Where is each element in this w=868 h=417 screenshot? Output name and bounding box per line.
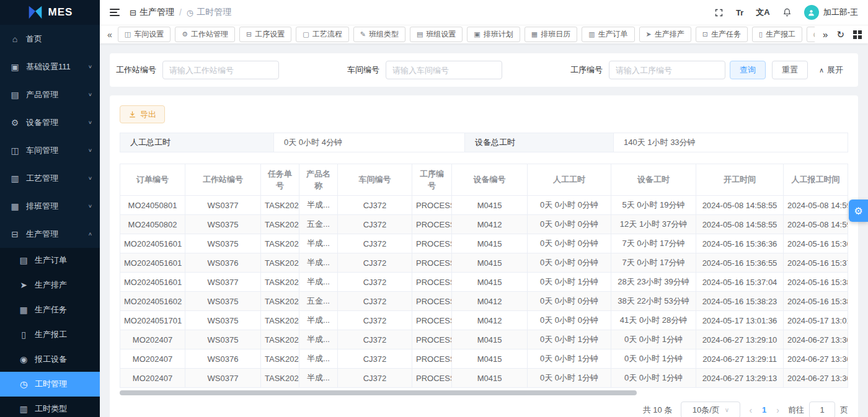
sidebar-item[interactable]: ▤ 产品管理 ∨ xyxy=(0,81,100,108)
sidebar-item[interactable]: ▣ 基础设置111 ∨ xyxy=(0,53,100,81)
layout-grid-icon[interactable] xyxy=(853,30,862,39)
table-row[interactable]: MO2024051602WS0375TASK20240021五金...CJ372… xyxy=(120,292,848,311)
collapse-sidebar-icon[interactable] xyxy=(110,9,120,16)
sidebar-item-icon: ▤ xyxy=(10,90,20,100)
language-icon[interactable]: 文A xyxy=(756,7,769,18)
scrollbar-thumb[interactable] xyxy=(120,390,637,395)
sidebar-item[interactable]: ⊟ 生产管理 ∧ xyxy=(0,220,100,248)
sidebar-item[interactable]: ◫ 车间管理 ∨ xyxy=(0,136,100,164)
nav-tab[interactable]: ▦ 排班日历 xyxy=(525,27,577,42)
tabs-scroll-right-icon[interactable]: » xyxy=(823,30,828,39)
user-menu[interactable]: 加工部-王 xyxy=(804,5,858,20)
sidebar-item[interactable]: ▥ 工艺管理 ∨ xyxy=(0,164,100,192)
table-cell: PROCESS554 xyxy=(412,196,452,215)
fullscreen-icon[interactable] xyxy=(714,8,724,17)
table-cell: PROCESS544 xyxy=(412,349,452,369)
station-label: 工作站编号 xyxy=(116,64,156,76)
nav-tab[interactable]: ▣ 排班计划 xyxy=(467,27,520,42)
table-cell: 2024-05-17 13:01:40 xyxy=(784,311,848,330)
bell-icon[interactable] xyxy=(782,7,792,17)
pager: ‹ 1 › xyxy=(749,405,779,415)
table-cell: 0天 0小时 1分钟 xyxy=(528,330,611,349)
sidebar-subitem-label: 生产订单 xyxy=(35,255,67,266)
sidebar-subitem[interactable]: ▯ 生产报工 xyxy=(0,322,100,347)
table-row[interactable]: MO202407WS0375TASK20240023半成...CJ372PROC… xyxy=(120,330,848,349)
sidebar-subitem[interactable]: ▥ 工时类型 xyxy=(0,397,100,417)
table-cell: MO2024051701 xyxy=(120,311,185,330)
next-page-button[interactable]: › xyxy=(776,405,779,415)
tab-icon: ✎ xyxy=(360,30,366,38)
font-size-icon[interactable]: Tr xyxy=(736,8,743,17)
goto-page-input[interactable] xyxy=(809,402,835,417)
summary-bar: 人工总工时 0天 0小时 4分钟 设备总工时 140天 1小时 33分钟 xyxy=(120,133,848,152)
table-row[interactable]: MO2024051601WS0376TASK20240019半成...CJ372… xyxy=(120,253,848,273)
sidebar-item[interactable]: ⌂ 首页 xyxy=(0,25,100,53)
table-settings-button[interactable]: ⚙ xyxy=(849,200,868,222)
nav-tab[interactable]: ◉ 报工设备 xyxy=(807,27,815,42)
refresh-icon[interactable]: ↻ xyxy=(836,30,844,39)
process-input[interactable] xyxy=(609,61,725,79)
page-number[interactable]: 1 xyxy=(762,405,766,415)
table-cell: 2024-05-16 15:37:04 xyxy=(696,273,784,292)
table-cell: MO202407 xyxy=(120,369,185,388)
station-input[interactable] xyxy=(162,61,279,79)
tabs-tools: » ↻ xyxy=(819,30,862,39)
collapse-toggle[interactable]: ∧ 展开 xyxy=(819,64,843,76)
nav-tab[interactable]: ⊟ 工序设置 xyxy=(239,27,291,42)
table-cell: PROCESS554 xyxy=(412,369,452,388)
main-area: ⊟ 生产管理 / ◷ 工时管理 Tr 文A 加工部-王 xyxy=(100,0,868,417)
column-header: 开工时间 xyxy=(696,164,784,196)
sidebar-subitem[interactable]: ➤ 生产排产 xyxy=(0,273,100,297)
tab-icon: ⊡ xyxy=(702,30,708,38)
query-button[interactable]: 查询 xyxy=(730,61,766,79)
tab-icon: ▯ xyxy=(759,30,763,38)
filter-workshop: 车间编号 xyxy=(347,61,502,79)
nav-tab[interactable]: ▥ 生产订单 xyxy=(582,27,634,42)
page-size-select[interactable]: 10条/页 ∨ xyxy=(681,402,740,417)
table-row[interactable]: MO2024051701WS0375TASK20240022半成...CJ372… xyxy=(120,311,848,330)
table-row[interactable]: MO2024051601WS0377TASK20240020半成...CJ372… xyxy=(120,273,848,292)
table-cell: PROCESS543 xyxy=(412,292,452,311)
nav-tab[interactable]: ▯ 生产报工 xyxy=(752,27,802,42)
nav-tab[interactable]: ➤ 生产排产 xyxy=(639,27,691,42)
prev-page-button[interactable]: ‹ xyxy=(749,405,752,415)
tab-label: 排班日历 xyxy=(541,29,570,40)
reset-button[interactable]: 重置 xyxy=(772,61,808,79)
workshop-input[interactable] xyxy=(386,61,502,79)
sidebar-subitem[interactable]: ▦ 生产任务 xyxy=(0,297,100,322)
sidebar-item[interactable]: ⚙ 设备管理 ∨ xyxy=(0,108,100,136)
table-cell: PROCESS543 xyxy=(412,234,452,253)
table-cell: M0415 xyxy=(452,330,528,349)
sidebar-item[interactable]: ▦ 排班管理 ∨ xyxy=(0,192,100,220)
table-cell: 半成... xyxy=(299,330,338,349)
table-cell: MO2024051601 xyxy=(120,253,185,273)
chevron-icon: ∨ xyxy=(88,147,92,153)
sidebar-subitem-label: 工时类型 xyxy=(35,403,67,415)
table-row[interactable]: MO24050802WS0375TASK20240017五金...CJ372PR… xyxy=(120,215,848,234)
nav-tab[interactable]: ✎ 班组类型 xyxy=(353,27,405,42)
breadcrumb-parent[interactable]: ⊟ 生产管理 xyxy=(130,7,174,18)
table-header-row: 订单编号工作站编号任务单号产品名称车间编号工序编号设备编号人工工时设备工时开工时… xyxy=(120,164,848,196)
table-row[interactable]: MO24050801WS0377TASK20240016半成...CJ372PR… xyxy=(120,196,848,215)
nav-tab[interactable]: ⚙ 工作站管理 xyxy=(175,27,235,42)
export-button[interactable]: 导出 xyxy=(120,105,165,123)
sidebar-subitem[interactable]: ▤ 生产订单 xyxy=(0,248,100,273)
tabs-scroll-left-icon[interactable]: « xyxy=(106,30,113,40)
table-row[interactable]: MO202407WS0376TASK20240024半成...CJ372PROC… xyxy=(120,349,848,369)
tab-label: 生产排产 xyxy=(655,29,684,40)
nav-tab[interactable]: ⊡ 生产任务 xyxy=(696,27,748,42)
sidebar-subitem[interactable]: ◉ 报工设备 xyxy=(0,347,100,372)
table-row[interactable]: MO2024051601WS0375TASK20240018半成...CJ372… xyxy=(120,234,848,253)
nav-tab[interactable]: ◫ 车间设置 xyxy=(118,27,170,42)
table-cell: 0天 0小时 1分钟 xyxy=(611,349,696,369)
table-row[interactable]: MO202407WS0377TASK20240025半成...CJ372PROC… xyxy=(120,369,848,388)
nav-tab[interactable]: ▤ 班组设置 xyxy=(410,27,463,42)
tab-icon: ▣ xyxy=(474,30,480,38)
table-cell: 12天 1小时 37分钟 xyxy=(611,215,696,234)
table-cell: WS0375 xyxy=(185,234,261,253)
table-cell: TASK20240025 xyxy=(261,369,299,388)
table-cell: 2024-06-27 13:29:10 xyxy=(696,330,784,349)
nav-tab[interactable]: ▢ 工艺流程 xyxy=(296,27,348,42)
column-header: 人工工时 xyxy=(528,164,611,196)
sidebar-subitem[interactable]: ◷ 工时管理 xyxy=(0,372,100,397)
